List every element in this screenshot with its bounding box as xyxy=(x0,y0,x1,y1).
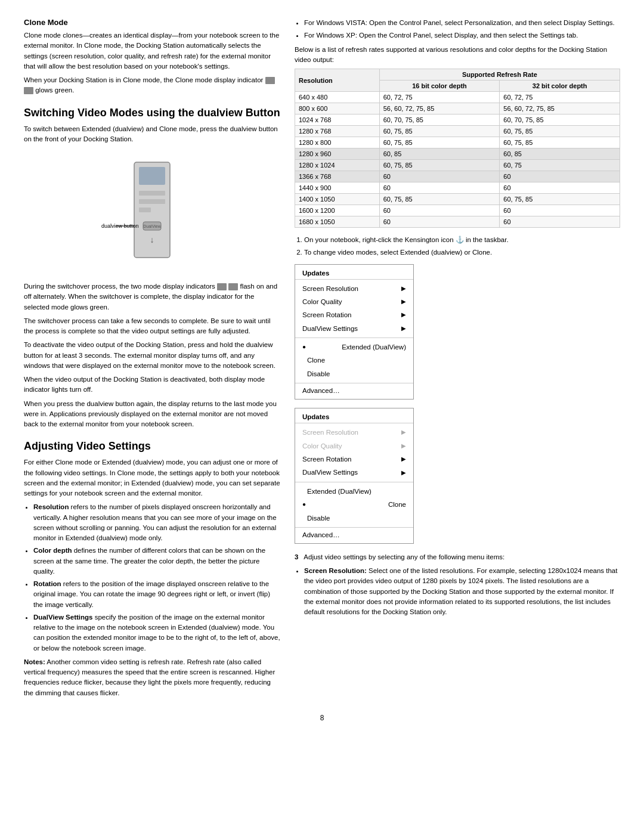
table-row: 1366 x 7686060 xyxy=(295,171,620,182)
left-column: Clone Mode Clone mode clones—creates an … xyxy=(24,18,280,702)
table-res: 640 x 480 xyxy=(295,92,380,103)
step3-intro: 3 Adjust video settings by selecting any… xyxy=(295,552,620,562)
svg-rect-4 xyxy=(139,208,151,212)
table-row: 1280 x 102460, 75, 8560, 75 xyxy=(295,160,620,171)
menu1-arrow-dualview: ▶ xyxy=(401,324,406,333)
table-32bit: 60, 72, 75 xyxy=(500,92,620,103)
menu1-mode-extended[interactable]: Extended (DualView) xyxy=(295,340,413,354)
indicator-icon2 xyxy=(228,283,238,290)
switching-para2: During the switchover process, the two m… xyxy=(24,281,280,312)
table-16bit: 60 xyxy=(379,182,500,194)
adjusting-heading: Adjusting Video Settings xyxy=(24,440,280,453)
table-32bit: 60, 70, 75, 85 xyxy=(500,114,620,126)
menu-box-1: Updates Screen Resolution ▶ Color Qualit… xyxy=(295,264,414,400)
menu2-title: Updates xyxy=(295,412,413,423)
table-res: 1280 x 960 xyxy=(295,148,380,160)
switching-para4: To deactivate the video output of the Do… xyxy=(24,340,280,371)
menu2-arrow-rotation: ▶ xyxy=(401,454,406,464)
table-32bit: 60 xyxy=(500,216,620,228)
notes-text: Notes: Another common video setting is r… xyxy=(24,657,280,698)
table-32bit: 60, 75, 85 xyxy=(500,194,620,205)
table-row: 1280 x 80060, 75, 8560, 75, 85 xyxy=(295,137,620,148)
steps-list: On your notebook, right-click the Kensin… xyxy=(304,235,620,258)
right-bullet-vista: For Windows VISTA: Open the Control Pane… xyxy=(304,18,620,28)
table-32bit: 60, 75 xyxy=(500,160,620,171)
table-res: 1280 x 1024 xyxy=(295,160,380,171)
table-row: 1400 x 105060, 75, 8560, 75, 85 xyxy=(295,194,620,205)
menu2-item-screen-res[interactable]: Screen Resolution ▶ xyxy=(295,426,413,439)
table-16bit: 60 xyxy=(379,171,500,182)
table-16bit: 60, 75, 85 xyxy=(379,160,500,171)
menu1-arrow-res: ▶ xyxy=(401,284,406,293)
svg-rect-1 xyxy=(139,167,165,185)
menu-box-2: Updates Screen Resolution ▶ Color Qualit… xyxy=(295,408,414,544)
table-res: 1600 x 1200 xyxy=(295,205,380,216)
table-16bit: 60, 75, 85 xyxy=(379,126,500,137)
bullet-rotation: Rotation refers to the position of the i… xyxy=(33,579,280,610)
menu1-item-screen-res[interactable]: Screen Resolution ▶ xyxy=(295,282,413,295)
svg-text:DualView: DualView xyxy=(143,224,161,228)
menu1-item-color-quality[interactable]: Color Quality ▶ xyxy=(295,295,413,308)
table-col1-header: Resolution xyxy=(295,69,380,92)
table-res: 1366 x 768 xyxy=(295,171,380,182)
menu2-mode-extended[interactable]: Extended (DualView) xyxy=(295,485,413,498)
table-32bit: 60 xyxy=(500,171,620,182)
clone-mode-para1: Clone mode clones—creates an identical d… xyxy=(24,30,280,72)
table-16bit: 60 xyxy=(379,205,500,216)
table-res: 1400 x 1050 xyxy=(295,194,380,205)
menu1-divider xyxy=(295,337,413,338)
table-32bit-header: 32 bit color depth xyxy=(500,80,620,92)
below-text: Below is a list of refresh rates support… xyxy=(295,45,620,66)
switching-para3: The switchover process can take a few se… xyxy=(24,316,280,337)
table-16bit-header: 16 bit color depth xyxy=(379,80,500,92)
menu2-item-screen-rotation[interactable]: Screen Rotation ▶ xyxy=(295,453,413,466)
dualview-device-image: DualView ↓ dualview button xyxy=(98,150,206,275)
table-row: 1680 x 10506060 xyxy=(295,216,620,228)
switching-para5: When the video output of the Docking Sta… xyxy=(24,374,280,395)
clone-icon2 xyxy=(24,87,33,94)
table-row: 1280 x 76860, 75, 8560, 75, 85 xyxy=(295,126,620,137)
bullet-dualview: DualView Settings specify the position o… xyxy=(33,612,280,654)
resolution-table: Resolution Supported Refresh Rate 16 bit… xyxy=(295,69,620,228)
bullet-color-depth: Color depth defines the number of differ… xyxy=(33,546,280,577)
table-row: 1440 x 9006060 xyxy=(295,182,620,194)
menu1-advanced[interactable]: Advanced… xyxy=(295,386,413,395)
clone-mode-para2: When your Docking Station is in Clone mo… xyxy=(24,75,280,96)
table-32bit: 60, 75, 85 xyxy=(500,137,620,148)
table-16bit: 60, 75, 85 xyxy=(379,194,500,205)
table-32bit: 60 xyxy=(500,205,620,216)
menu1-item-screen-rotation[interactable]: Screen Rotation ▶ xyxy=(295,308,413,321)
switching-heading: Switching Video Modes using the dualview… xyxy=(24,107,280,119)
menu1-divider2 xyxy=(295,383,413,383)
table-res: 1024 x 768 xyxy=(295,114,380,126)
table-res: 1440 x 900 xyxy=(295,182,380,194)
table-32bit: 56, 60, 72, 75, 85 xyxy=(500,103,620,114)
clone-mode-heading: Clone Mode xyxy=(24,18,280,27)
table-16bit: 60 xyxy=(379,216,500,228)
table-res: 1280 x 800 xyxy=(295,137,380,148)
menu1-mode-disable[interactable]: Disable xyxy=(295,367,413,380)
menu1-arrow-rotation: ▶ xyxy=(401,310,406,320)
menu2-mode-clone[interactable]: Clone xyxy=(295,498,413,511)
table-32bit: 60, 75, 85 xyxy=(500,126,620,137)
menu1-item-dualview-settings[interactable]: DualView Settings ▶ xyxy=(295,322,413,335)
table-res: 1680 x 1050 xyxy=(295,216,380,228)
menu1-mode-clone[interactable]: Clone xyxy=(295,354,413,367)
table-res: 1280 x 768 xyxy=(295,126,380,137)
step1: On your notebook, right-click the Kensin… xyxy=(304,235,620,245)
svg-text:dualview button: dualview button xyxy=(101,223,139,229)
menu2-arrow-color: ▶ xyxy=(401,441,406,451)
table-16bit: 60, 75, 85 xyxy=(379,137,500,148)
table-16bit: 60, 70, 75, 85 xyxy=(379,114,500,126)
menu2-item-dualview-settings[interactable]: DualView Settings ▶ xyxy=(295,466,413,479)
page: Clone Mode Clone mode clones—creates an … xyxy=(0,0,644,740)
adjusting-bullets: Resolution refers to the number of pixel… xyxy=(33,502,280,654)
menu2-mode-disable[interactable]: Disable xyxy=(295,512,413,525)
svg-rect-3 xyxy=(139,199,165,204)
table-row: 640 x 48060, 72, 7560, 72, 75 xyxy=(295,92,620,103)
table-32bit: 60, 85 xyxy=(500,148,620,160)
menu2-item-color-quality[interactable]: Color Quality ▶ xyxy=(295,439,413,453)
right-bullet-xp: For Windows XP: Open the Control Panel, … xyxy=(304,30,620,41)
menu2-advanced[interactable]: Advanced… xyxy=(295,530,413,540)
table-row: 1600 x 12006060 xyxy=(295,205,620,216)
